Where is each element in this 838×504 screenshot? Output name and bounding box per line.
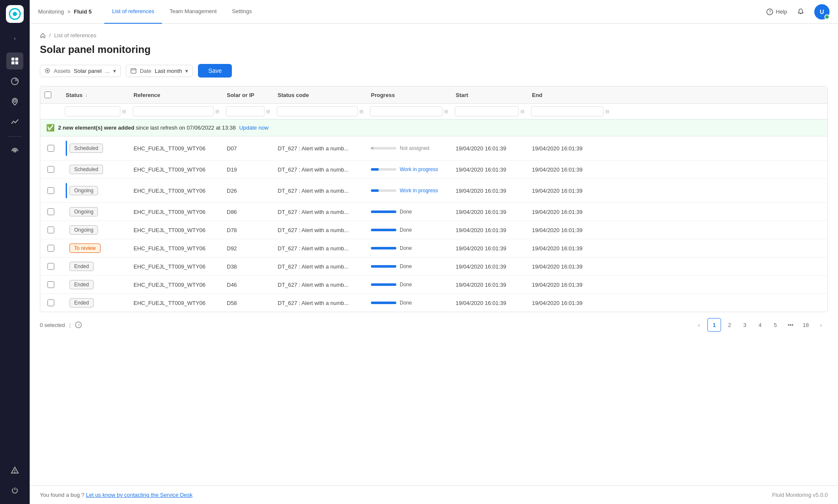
row-end-cell: 19/04/2020 16:01:39 <box>528 259 612 274</box>
user-avatar[interactable]: U <box>814 4 830 19</box>
breadcrumb: / List of references <box>40 32 828 39</box>
filter-start-funnel[interactable]: ⊟ <box>521 109 524 114</box>
row-checkbox[interactable] <box>47 208 54 215</box>
progress-label: Not assigned <box>400 145 429 151</box>
progress-fill <box>371 247 396 249</box>
date-dropdown-arrow[interactable]: ▾ <box>185 68 188 74</box>
breadcrumb-current: List of references <box>54 32 97 39</box>
filter-reference-input[interactable] <box>133 106 214 116</box>
reference-col-label: Reference <box>134 92 160 98</box>
row-reference-cell: EHC_FUEJL_TT009_WTY06 <box>129 141 223 156</box>
save-button[interactable]: Save <box>198 64 232 78</box>
app-logo[interactable] <box>6 5 24 23</box>
filter-end-input[interactable] <box>531 106 604 116</box>
nav-fluid5[interactable]: Fluid 5 <box>74 8 92 15</box>
table-row[interactable]: To reviewEHC_FUEJL_TT009_WTY06D92DT_627 … <box>40 239 827 258</box>
filter-start-input[interactable] <box>455 106 519 116</box>
dashboard-icon[interactable] <box>6 53 23 69</box>
table-row[interactable]: OngoingEHC_FUEJL_TT009_WTY06D26DT_627 : … <box>40 179 827 203</box>
status-badge: Scheduled <box>70 144 103 153</box>
table-row[interactable]: OngoingEHC_FUEJL_TT009_WTY06D78DT_627 : … <box>40 221 827 239</box>
info-icon[interactable]: ? <box>75 321 82 328</box>
location-icon[interactable] <box>6 93 23 110</box>
tab-list-of-references[interactable]: List of references <box>104 0 162 24</box>
page-3-button[interactable]: 3 <box>738 318 752 332</box>
row-checkbox[interactable] <box>47 145 54 152</box>
status-badge: Ended <box>70 298 94 307</box>
filter-solar-funnel[interactable]: ⊟ <box>266 109 270 114</box>
prev-page-button[interactable]: ‹ <box>692 318 706 332</box>
help-button[interactable]: ? Help <box>766 8 787 15</box>
page-5-button[interactable]: 5 <box>768 318 782 332</box>
assets-dropdown-arrow[interactable]: ▾ <box>113 68 116 74</box>
filter-progress-funnel[interactable]: ⊟ <box>444 109 448 114</box>
breadcrumb-home[interactable] <box>40 33 46 39</box>
row-statuscode-cell: DT_627 : Alert with a numb... <box>273 183 367 198</box>
page-4-button[interactable]: 4 <box>753 318 767 332</box>
tab-settings[interactable]: Settings <box>224 0 259 24</box>
row-checkbox-cell <box>40 241 61 256</box>
row-checkbox[interactable] <box>47 166 54 173</box>
tab-team-management[interactable]: Team Management <box>162 0 224 24</box>
progress-container: Done <box>371 263 412 269</box>
table-body: ScheduledEHC_FUEJL_TT009_WTY06D07DT_627 … <box>40 136 827 312</box>
signal-icon[interactable] <box>6 143 23 160</box>
col-reference[interactable]: Reference <box>129 86 223 103</box>
row-checkbox[interactable] <box>47 187 54 194</box>
row-checkbox-cell <box>40 204 61 219</box>
status-sort-icon[interactable]: ↓ <box>85 92 88 97</box>
filter-status-funnel[interactable]: ⊟ <box>122 109 126 114</box>
sidebar-toggle[interactable]: › <box>7 30 22 46</box>
progress-fill <box>371 283 396 286</box>
row-checkbox[interactable] <box>47 281 54 288</box>
select-all-checkbox[interactable] <box>45 91 51 98</box>
update-banner: ✅ 2 new element(s) were added since last… <box>40 119 827 136</box>
table-row[interactable]: ScheduledEHC_FUEJL_TT009_WTY06D07DT_627 … <box>40 136 827 161</box>
table-row[interactable]: EndedEHC_FUEJL_TT009_WTY06D46DT_627 : Al… <box>40 276 827 294</box>
row-checkbox[interactable] <box>47 245 54 252</box>
filter-solar-input[interactable] <box>226 106 264 116</box>
end-col-label: End <box>532 92 543 98</box>
table-row[interactable]: OngoingEHC_FUEJL_TT009_WTY06D86DT_627 : … <box>40 203 827 221</box>
row-status-cell: Ended <box>61 294 129 312</box>
filter-statuscode-funnel[interactable]: ⊟ <box>359 109 363 114</box>
col-solar-ip[interactable]: Solar or IP <box>223 86 273 103</box>
filter-statuscode-input[interactable] <box>277 106 358 116</box>
row-checkbox[interactable] <box>47 299 54 306</box>
col-start[interactable]: Start <box>451 86 528 103</box>
table-row[interactable]: EndedEHC_FUEJL_TT009_WTY06D58DT_627 : Al… <box>40 294 827 312</box>
page-1-button[interactable]: 1 <box>707 318 721 332</box>
row-checkbox-cell <box>40 277 61 292</box>
table-row[interactable]: ScheduledEHC_FUEJL_TT009_WTY06D19DT_627 … <box>40 161 827 179</box>
filter-reference-funnel[interactable]: ⊟ <box>215 109 219 114</box>
row-solar-cell: D19 <box>223 162 273 177</box>
table-filter-row: ⊟ ⊟ ⊟ ⊟ ⊟ <box>40 104 827 119</box>
warning-icon[interactable] <box>6 462 23 479</box>
next-page-button[interactable]: › <box>814 318 828 332</box>
table-row[interactable]: EndedEHC_FUEJL_TT009_WTY06D38DT_627 : Al… <box>40 258 827 276</box>
row-end-cell: 19/04/2020 16:01:39 <box>528 183 612 198</box>
analytics-icon[interactable] <box>6 114 23 130</box>
col-progress[interactable]: Progress <box>367 86 451 103</box>
filter-end-funnel[interactable]: ⊟ <box>605 109 609 114</box>
page-ellipsis[interactable]: ••• <box>784 318 797 332</box>
filter-progress-input[interactable] <box>370 106 443 116</box>
col-end[interactable]: End <box>528 86 612 103</box>
date-filter[interactable]: Date Last month ▾ <box>126 65 193 77</box>
row-checkbox[interactable] <box>47 227 54 233</box>
notifications-button[interactable] <box>794 5 807 19</box>
filter-status-input[interactable] <box>65 106 120 116</box>
status-code-col-label: Status code <box>278 92 309 98</box>
assets-extra[interactable]: ... <box>105 68 110 74</box>
assets-filter[interactable]: Assets Solar panel ... ▾ <box>40 65 121 77</box>
footer-bug-link[interactable]: Let us know by contacting the Service De… <box>86 492 192 498</box>
row-checkbox[interactable] <box>47 263 54 270</box>
chart-icon[interactable] <box>6 73 23 90</box>
col-status[interactable]: Status ↓ <box>61 86 129 103</box>
update-now-link[interactable]: Update now <box>239 125 268 131</box>
page-2-button[interactable]: 2 <box>723 318 736 332</box>
power-icon[interactable] <box>6 482 23 499</box>
page-18-button[interactable]: 18 <box>799 318 813 332</box>
col-status-code[interactable]: Status code <box>273 86 367 103</box>
nav-monitoring[interactable]: Monitoring <box>38 8 64 15</box>
